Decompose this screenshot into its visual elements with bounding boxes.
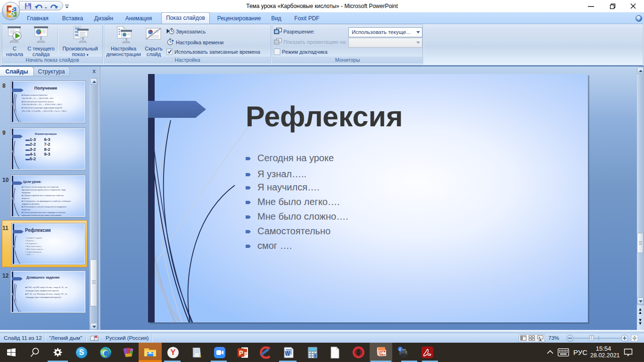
svg-text:P: P bbox=[239, 349, 243, 356]
svg-text:W: W bbox=[285, 350, 290, 357]
